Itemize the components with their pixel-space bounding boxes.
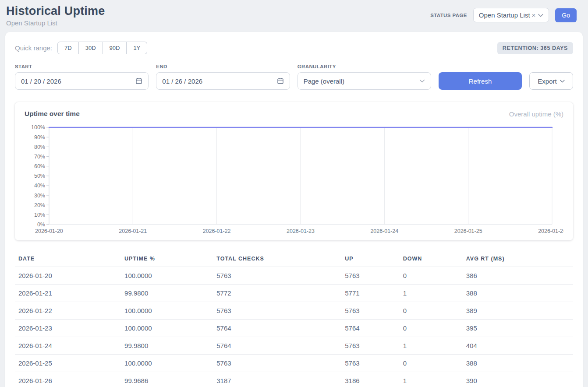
table-cell: 5763 <box>341 302 399 319</box>
table-cell: 5763 <box>341 354 399 372</box>
export-label: Export <box>538 77 556 85</box>
uptime-line-chart: 2026-01-202026-01-212026-01-222026-01-23… <box>25 123 563 236</box>
granularity-select[interactable]: Page (overall) <box>298 72 431 90</box>
table-row: 2026-01-20100.0000576357630386 <box>15 267 573 284</box>
granularity-field: GRANULARITY Page (overall) <box>298 64 431 90</box>
table-cell: 1 <box>400 372 463 387</box>
table-row: 2026-01-22100.0000576357630389 <box>15 302 573 319</box>
table-cell: 100.0000 <box>121 319 213 337</box>
uptime-chart-card: Uptime over time Overall uptime (%) 2026… <box>15 102 573 240</box>
table-cell: 5763 <box>213 267 341 284</box>
table-cell: 99.9686 <box>121 372 213 387</box>
table-cell: 404 <box>463 337 573 354</box>
table-cell: 2026-01-21 <box>15 284 121 302</box>
title-block: Historical Uptime Open Startup List <box>6 4 105 27</box>
refresh-button[interactable]: Refresh <box>439 72 522 90</box>
status-page-select[interactable]: Open Startup List × <box>473 8 549 22</box>
column-header-uptime: UPTIME % <box>121 252 213 267</box>
table-cell: 1 <box>400 284 463 302</box>
status-page-value: Open Startup List <box>479 11 530 19</box>
start-date-input[interactable]: 01 / 20 / 2026 <box>15 72 149 90</box>
status-page-label: STATUS PAGE <box>430 13 467 18</box>
range-30d-button[interactable]: 30D <box>79 42 103 54</box>
table-cell: 100.0000 <box>121 302 213 319</box>
svg-text:2026-01-26: 2026-01-26 <box>538 228 563 234</box>
end-date-field: END 01 / 26 / 2026 <box>156 64 290 90</box>
table-cell: 2026-01-26 <box>15 372 121 387</box>
table-row: 2026-01-2499.9800576457631404 <box>15 337 573 354</box>
go-button[interactable]: Go <box>555 8 577 22</box>
quick-range-label: Quick range: <box>15 44 52 52</box>
chevron-down-icon <box>560 80 565 83</box>
table-cell: 395 <box>463 319 573 337</box>
uptime-table: DATE UPTIME % TOTAL CHECKS UP DOWN AVG R… <box>15 252 573 387</box>
table-cell: 0 <box>400 267 463 284</box>
column-header-date: DATE <box>15 252 121 267</box>
table-row: 2026-01-2699.9686318731861390 <box>15 372 573 387</box>
clear-icon[interactable]: × <box>532 11 536 19</box>
svg-text:40%: 40% <box>34 183 45 189</box>
calendar-icon[interactable] <box>277 77 284 84</box>
svg-text:70%: 70% <box>34 154 45 160</box>
table-cell: 0 <box>400 319 463 337</box>
table-cell: 5772 <box>213 284 341 302</box>
granularity-value: Page (overall) <box>304 77 344 85</box>
granularity-label: GRANULARITY <box>298 64 431 69</box>
table-cell: 2026-01-23 <box>15 319 121 337</box>
table-cell: 2026-01-20 <box>15 267 121 284</box>
end-date-value: 01 / 26 / 2026 <box>162 77 202 85</box>
table-cell: 3186 <box>341 372 399 387</box>
table-cell: 389 <box>463 302 573 319</box>
chevron-down-icon <box>538 14 543 17</box>
svg-text:2026-01-23: 2026-01-23 <box>287 228 315 234</box>
table-cell: 1 <box>400 337 463 354</box>
page-header: Historical Uptime Open Startup List STAT… <box>0 0 588 31</box>
table-cell: 0 <box>400 302 463 319</box>
svg-text:60%: 60% <box>34 163 45 169</box>
table-cell: 5763 <box>213 354 341 372</box>
table-cell: 5764 <box>213 337 341 354</box>
table-cell: 390 <box>463 372 573 387</box>
svg-text:2026-01-21: 2026-01-21 <box>119 228 147 234</box>
svg-text:30%: 30% <box>34 193 45 199</box>
svg-text:10%: 10% <box>34 212 45 218</box>
table-cell: 99.9800 <box>121 284 213 302</box>
export-button[interactable]: Export <box>529 72 573 90</box>
svg-text:50%: 50% <box>34 173 45 179</box>
table-row: 2026-01-2199.9800577257711388 <box>15 284 573 302</box>
end-date-input[interactable]: 01 / 26 / 2026 <box>156 72 290 90</box>
svg-text:2026-01-25: 2026-01-25 <box>454 228 482 234</box>
quick-range-row: Quick range: 7D 30D 90D 1Y RETENTION: 36… <box>15 42 573 54</box>
range-90d-button[interactable]: 90D <box>103 42 127 54</box>
table-cell: 5764 <box>213 319 341 337</box>
table-header-row: DATE UPTIME % TOTAL CHECKS UP DOWN AVG R… <box>15 252 573 267</box>
filter-row: START 01 / 20 / 2026 END 01 / 26 / 2026 … <box>15 64 573 90</box>
chart-title: Uptime over time <box>25 110 80 118</box>
svg-text:90%: 90% <box>34 134 45 141</box>
main-panel: Quick range: 7D 30D 90D 1Y RETENTION: 36… <box>5 32 583 387</box>
header-right: STATUS PAGE Open Startup List × Go <box>430 8 577 22</box>
start-date-field: START 01 / 20 / 2026 <box>15 64 149 90</box>
table-cell: 0 <box>400 354 463 372</box>
column-header-avg-rt: AVG RT (MS) <box>463 252 573 267</box>
svg-text:100%: 100% <box>31 124 45 130</box>
range-7d-button[interactable]: 7D <box>57 42 79 54</box>
column-header-total-checks: TOTAL CHECKS <box>213 252 341 267</box>
column-header-down: DOWN <box>400 252 463 267</box>
end-label: END <box>156 64 290 69</box>
table-cell: 3187 <box>213 372 341 387</box>
range-1y-button[interactable]: 1Y <box>127 42 147 54</box>
svg-text:2026-01-20: 2026-01-20 <box>35 228 63 234</box>
table-cell: 5763 <box>213 302 341 319</box>
svg-text:80%: 80% <box>34 144 45 150</box>
start-date-value: 01 / 20 / 2026 <box>21 77 61 85</box>
table-row: 2026-01-23100.0000576457640395 <box>15 319 573 337</box>
svg-text:2026-01-24: 2026-01-24 <box>370 228 398 234</box>
table-row: 2026-01-25100.0000576357630388 <box>15 354 573 372</box>
chevron-down-icon <box>419 79 425 83</box>
table-cell: 5764 <box>341 319 399 337</box>
calendar-icon[interactable] <box>135 77 142 84</box>
table-cell: 5763 <box>341 267 399 284</box>
table-cell: 100.0000 <box>121 354 213 372</box>
table-cell: 2026-01-25 <box>15 354 121 372</box>
